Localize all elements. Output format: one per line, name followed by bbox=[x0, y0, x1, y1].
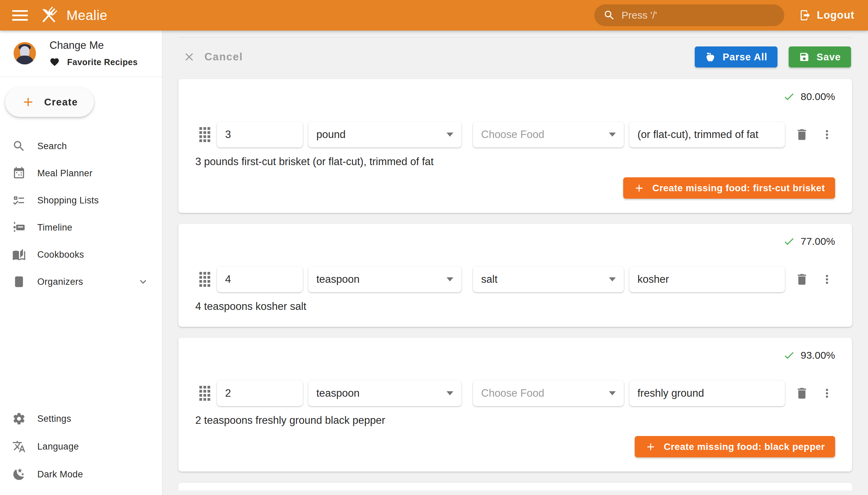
food-select-value: Choose Food bbox=[481, 129, 544, 141]
note-input[interactable] bbox=[637, 129, 777, 141]
sidebar-item-label: Settings bbox=[37, 414, 71, 424]
plus-icon bbox=[645, 441, 657, 453]
app-bar: Mealie Press '/' Logout bbox=[0, 0, 868, 31]
book-open-icon bbox=[12, 248, 26, 261]
unit-select[interactable]: teaspoon bbox=[308, 267, 461, 292]
food-select[interactable]: Choose Food bbox=[473, 122, 624, 148]
quantity-field bbox=[217, 267, 303, 292]
heart-icon bbox=[50, 57, 60, 67]
confidence-row: 77.00% bbox=[195, 235, 835, 248]
timeline-icon bbox=[12, 221, 26, 234]
more-options-button[interactable] bbox=[819, 271, 835, 288]
drag-handle-icon[interactable] bbox=[199, 127, 210, 142]
content-top-divider bbox=[178, 37, 852, 38]
delete-button[interactable] bbox=[794, 271, 810, 288]
quantity-input[interactable] bbox=[225, 273, 295, 286]
confidence-value: 93.00% bbox=[801, 349, 835, 361]
check-icon bbox=[783, 235, 795, 248]
save-button[interactable]: Save bbox=[789, 47, 851, 67]
confidence-value: 77.00% bbox=[801, 236, 835, 247]
logout-label: Logout bbox=[817, 9, 854, 21]
chevron-down-icon bbox=[446, 133, 453, 137]
sidebar-item-label: Organizers bbox=[37, 277, 83, 287]
sidebar-divider bbox=[0, 76, 162, 77]
close-icon bbox=[183, 51, 195, 63]
cancel-button[interactable]: Cancel bbox=[180, 51, 246, 63]
unit-select-value: teaspoon bbox=[316, 273, 360, 286]
calendar-icon bbox=[12, 167, 26, 180]
more-options-button[interactable] bbox=[819, 126, 835, 143]
create-missing-food-button[interactable]: Create missing food: black pepper bbox=[635, 436, 835, 457]
unit-select-value: pound bbox=[316, 129, 345, 141]
delete-button[interactable] bbox=[794, 385, 810, 402]
food-select-value: salt bbox=[481, 273, 497, 286]
food-select[interactable]: Choose Food bbox=[473, 380, 624, 406]
delete-button[interactable] bbox=[794, 126, 810, 143]
save-icon bbox=[799, 52, 810, 62]
original-ingredient-text: 4 teaspoons kosher salt bbox=[195, 301, 835, 312]
confidence-row: 93.00% bbox=[195, 349, 835, 361]
note-input[interactable] bbox=[637, 273, 777, 286]
trash-icon bbox=[795, 272, 809, 287]
create-missing-food-button[interactable]: Create missing food: first-cut brisket bbox=[623, 177, 835, 199]
logout-button[interactable]: Logout bbox=[799, 9, 854, 21]
sidebar-item-organizers[interactable]: Organizers bbox=[0, 268, 162, 295]
sidebar-item-language[interactable]: Language bbox=[0, 433, 162, 460]
search-icon bbox=[603, 9, 615, 21]
chevron-down-icon bbox=[609, 391, 616, 395]
sidebar-item-label: Search bbox=[37, 141, 67, 152]
translate-icon bbox=[12, 440, 26, 453]
sidebar-item-search[interactable]: Search bbox=[0, 133, 162, 160]
avatar bbox=[14, 42, 36, 64]
sidebar-item-timeline[interactable]: Timeline bbox=[0, 214, 162, 241]
sidebar-footer-nav: Settings Language Dark Mode bbox=[0, 405, 162, 488]
quantity-input[interactable] bbox=[225, 387, 295, 399]
confidence-value: 80.00% bbox=[801, 91, 835, 102]
sidebar-item-label: Timeline bbox=[37, 222, 72, 233]
parse-all-button[interactable]: Parse All bbox=[695, 47, 778, 67]
sidebar-item-dark-mode[interactable]: Dark Mode bbox=[0, 460, 162, 488]
unit-select[interactable]: pound bbox=[308, 122, 461, 148]
main-content: Cancel Parse All Save 80.00% pound bbox=[163, 31, 868, 495]
create-button[interactable]: Create bbox=[5, 87, 94, 117]
sidebar-item-label: Dark Mode bbox=[37, 469, 83, 480]
save-label: Save bbox=[816, 52, 841, 63]
search-input[interactable]: Press '/' bbox=[594, 4, 784, 26]
more-options-button[interactable] bbox=[819, 385, 835, 402]
user-name: Change Me bbox=[50, 39, 138, 52]
unit-select[interactable]: teaspoon bbox=[308, 380, 461, 406]
favorite-recipes-link[interactable]: Favorite Recipes bbox=[50, 57, 138, 67]
note-input[interactable] bbox=[637, 387, 777, 399]
trash-icon bbox=[795, 127, 809, 142]
original-ingredient-text: 2 teaspoons freshly ground black pepper bbox=[195, 414, 835, 427]
quantity-input[interactable] bbox=[225, 129, 295, 141]
create-missing-food-label: Create missing food: first-cut brisket bbox=[652, 183, 825, 193]
next-ingredient-card-partial bbox=[178, 482, 852, 491]
food-select-value: Choose Food bbox=[481, 387, 544, 399]
chevron-down-icon bbox=[609, 133, 616, 137]
check-icon bbox=[783, 349, 795, 361]
parser-toolbar: Cancel Parse All Save bbox=[180, 47, 851, 67]
sidebar-nav: Search Meal Planner Shopping Lists Timel… bbox=[0, 133, 162, 295]
note-field bbox=[629, 267, 785, 292]
ingredient-fields-row: pound Choose Food bbox=[195, 122, 835, 148]
menu-icon[interactable] bbox=[12, 7, 28, 23]
sidebar-item-meal-planner[interactable]: Meal Planner bbox=[0, 160, 162, 187]
sidebar-item-label: Language bbox=[37, 441, 79, 452]
chevron-down-icon bbox=[446, 391, 453, 395]
search-placeholder: Press '/' bbox=[622, 10, 657, 21]
sidebar: Change Me Favorite Recipes Create Search… bbox=[0, 31, 163, 495]
ingredient-fields-row: teaspoon salt bbox=[195, 267, 835, 292]
cabinet-icon bbox=[12, 275, 26, 289]
quantity-field bbox=[217, 122, 303, 148]
plus-icon bbox=[21, 95, 35, 109]
food-select[interactable]: salt bbox=[473, 267, 624, 292]
user-profile[interactable]: Change Me Favorite Recipes bbox=[0, 31, 162, 76]
quantity-field bbox=[217, 380, 303, 406]
drag-handle-icon[interactable] bbox=[199, 272, 210, 287]
sidebar-item-settings[interactable]: Settings bbox=[0, 405, 162, 433]
sidebar-item-shopping-lists[interactable]: Shopping Lists bbox=[0, 187, 162, 214]
missing-food-row: Create missing food: black pepper bbox=[195, 436, 835, 457]
sidebar-item-cookbooks[interactable]: Cookbooks bbox=[0, 241, 162, 268]
drag-handle-icon[interactable] bbox=[199, 386, 210, 401]
